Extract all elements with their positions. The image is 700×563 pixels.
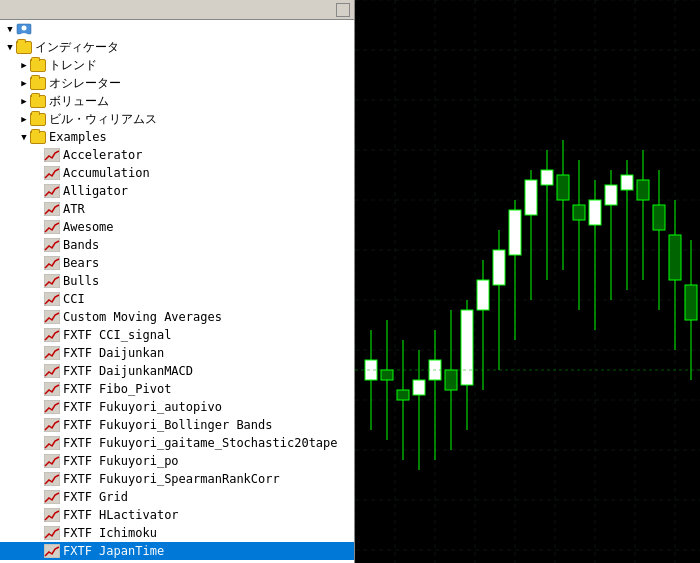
item-label: インディケータ bbox=[35, 39, 119, 56]
item-label: FXTF Fibo_Pivot bbox=[63, 382, 171, 396]
item-label: トレンド bbox=[49, 57, 97, 74]
folder-icon bbox=[16, 41, 32, 54]
tree-item-fxtf-cci[interactable]: FXTF CCI_signal bbox=[0, 326, 354, 344]
indicator-icon bbox=[44, 418, 60, 432]
item-label: FXTF DaijunkanMACD bbox=[63, 364, 193, 378]
tree-item-fxtf-fukuyori-auto[interactable]: FXTF Fukuyori_autopivo bbox=[0, 398, 354, 416]
folder-icon bbox=[30, 113, 46, 126]
indicator-icon bbox=[44, 328, 60, 342]
svg-rect-14 bbox=[44, 364, 60, 378]
tree-item-accelerator[interactable]: Accelerator bbox=[0, 146, 354, 164]
item-label: FXTF Daijunkan bbox=[63, 346, 164, 360]
tree-item-fxtf-fukuyori-bb[interactable]: FXTF Fukuyori_Bollinger Bands bbox=[0, 416, 354, 434]
tree-item-indicators-root[interactable]: ▼インディケータ bbox=[0, 38, 354, 56]
item-label: FXTF Fukuyori_po bbox=[63, 454, 179, 468]
item-label: FXTF CCI_signal bbox=[63, 328, 171, 342]
svg-rect-4 bbox=[44, 184, 60, 198]
folder-icon bbox=[30, 77, 46, 90]
tree-item-bears[interactable]: Bears bbox=[0, 254, 354, 272]
svg-rect-2 bbox=[44, 148, 60, 162]
indicator-icon bbox=[44, 508, 60, 522]
tree-item-fxtf-grid[interactable]: FXTF Grid bbox=[0, 488, 354, 506]
indicator-icon bbox=[44, 346, 60, 360]
folder-icon bbox=[30, 95, 46, 108]
navigator-titlebar bbox=[0, 0, 354, 20]
item-label: Accumulation bbox=[63, 166, 150, 180]
item-label: Bears bbox=[63, 256, 99, 270]
tree-item-fxtf-japantime[interactable]: FXTF JapanTime bbox=[0, 542, 354, 560]
close-button[interactable] bbox=[336, 3, 350, 17]
tree-item-oscillator[interactable]: ▶オシレーター bbox=[0, 74, 354, 92]
indicator-icon bbox=[44, 220, 60, 234]
svg-rect-20 bbox=[44, 472, 60, 486]
root-item[interactable]: ▼ bbox=[0, 20, 354, 38]
svg-rect-11 bbox=[44, 310, 60, 324]
item-label: FXTF Fukuyori_gaitame_Stochastic20tape bbox=[63, 436, 338, 450]
tree-item-fxtf-fukuyori-po[interactable]: FXTF Fukuyori_po bbox=[0, 452, 354, 470]
item-label: FXTF Ichimoku bbox=[63, 526, 157, 540]
expand-icon: ▼ bbox=[4, 24, 16, 34]
folder-icon bbox=[30, 131, 46, 144]
indicator-icon bbox=[44, 274, 60, 288]
tree-item-fxtf-daijunkan[interactable]: FXTF Daijunkan bbox=[0, 344, 354, 362]
tree-item-trend[interactable]: ▶トレンド bbox=[0, 56, 354, 74]
tree-item-volume[interactable]: ▶ボリューム bbox=[0, 92, 354, 110]
svg-rect-6 bbox=[44, 220, 60, 234]
tree-item-fxtf-ichimoku[interactable]: FXTF Ichimoku bbox=[0, 524, 354, 542]
svg-rect-19 bbox=[44, 454, 60, 468]
expand-icon: ▶ bbox=[18, 114, 30, 124]
indicator-icon bbox=[44, 544, 60, 558]
tree-item-accumulation[interactable]: Accumulation bbox=[0, 164, 354, 182]
indicator-icon bbox=[44, 310, 60, 324]
tree-item-awesome[interactable]: Awesome bbox=[0, 218, 354, 236]
tree-item-atr[interactable]: ATR bbox=[0, 200, 354, 218]
item-label: Bands bbox=[63, 238, 99, 252]
indicator-icon bbox=[44, 490, 60, 504]
item-label: FXTF Fukuyori_Bollinger Bands bbox=[63, 418, 273, 432]
indicator-icon bbox=[44, 382, 60, 396]
tree-item-bill-williams[interactable]: ▶ビル・ウィリアムス bbox=[0, 110, 354, 128]
expand-icon: ▶ bbox=[18, 96, 30, 106]
svg-rect-18 bbox=[44, 436, 60, 450]
navigator-panel: ▼ ▼インディケータ▶トレンド▶オシレーター▶ボリューム▶ビル・ウィリアムス▼E… bbox=[0, 0, 355, 563]
tree-item-bands[interactable]: Bands bbox=[0, 236, 354, 254]
tree-item-fxtf-hlactivator[interactable]: FXTF HLactivator bbox=[0, 506, 354, 524]
tree-item-examples[interactable]: ▼Examples bbox=[0, 128, 354, 146]
indicator-icon bbox=[44, 364, 60, 378]
item-label: ボリューム bbox=[49, 93, 109, 110]
item-label: Custom Moving Averages bbox=[63, 310, 222, 324]
tree-container: ▼インディケータ▶トレンド▶オシレーター▶ボリューム▶ビル・ウィリアムス▼Exa… bbox=[0, 38, 354, 560]
tree-item-fxtf-fukuyori-spearman[interactable]: FXTF Fukuyori_SpearmanRankCorr bbox=[0, 470, 354, 488]
svg-rect-10 bbox=[44, 292, 60, 306]
item-label: FXTF JapanTime bbox=[63, 544, 164, 558]
tree-item-cci[interactable]: CCI bbox=[0, 290, 354, 308]
tree-item-fxtf-fukuyori-gaitame[interactable]: FXTF Fukuyori_gaitame_Stochastic20tape bbox=[0, 434, 354, 452]
tree-item-fxtf-fibo[interactable]: FXTF Fibo_Pivot bbox=[0, 380, 354, 398]
indicator-icon bbox=[44, 202, 60, 216]
svg-rect-22 bbox=[44, 508, 60, 522]
tree-item-bulls[interactable]: Bulls bbox=[0, 272, 354, 290]
item-label: FXTF Grid bbox=[63, 490, 128, 504]
item-label: ビル・ウィリアムス bbox=[49, 111, 157, 128]
expand-icon: ▶ bbox=[18, 78, 30, 88]
indicator-icon bbox=[44, 238, 60, 252]
chart-area bbox=[355, 0, 700, 563]
item-label: FXTF Fukuyori_SpearmanRankCorr bbox=[63, 472, 280, 486]
tree-item-fxtf-daijunkanmacd[interactable]: FXTF DaijunkanMACD bbox=[0, 362, 354, 380]
svg-rect-13 bbox=[44, 346, 60, 360]
tree-item-alligator[interactable]: Alligator bbox=[0, 182, 354, 200]
tree-item-custom-ma[interactable]: Custom Moving Averages bbox=[0, 308, 354, 326]
item-label: オシレーター bbox=[49, 75, 121, 92]
svg-rect-8 bbox=[44, 256, 60, 270]
expand-icon: ▼ bbox=[4, 42, 16, 52]
indicator-icon bbox=[44, 454, 60, 468]
folder-icon bbox=[30, 59, 46, 72]
indicator-icon bbox=[44, 472, 60, 486]
item-label: FXTF HLactivator bbox=[63, 508, 179, 522]
price-chart bbox=[355, 0, 700, 563]
indicator-icon bbox=[44, 166, 60, 180]
svg-rect-15 bbox=[44, 382, 60, 396]
svg-rect-9 bbox=[44, 274, 60, 288]
svg-rect-23 bbox=[44, 526, 60, 540]
svg-rect-21 bbox=[44, 490, 60, 504]
